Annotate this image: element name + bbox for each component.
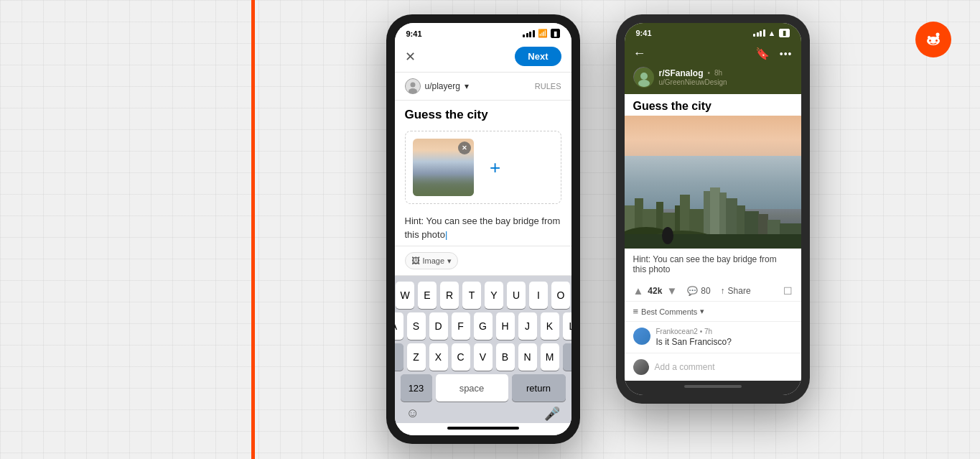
share-button[interactable]: ↑ Share	[721, 286, 751, 296]
sort-icon: ≡	[633, 306, 639, 317]
key-m[interactable]: M	[541, 343, 559, 371]
svg-point-7	[936, 36, 939, 39]
share-icon: ↑	[721, 286, 725, 296]
battery-icon: ▮	[551, 29, 560, 38]
svg-point-4	[936, 33, 940, 37]
sort-dropdown-icon[interactable]: ▾	[700, 307, 704, 316]
key-z[interactable]: Z	[407, 343, 426, 371]
key-v[interactable]: V	[474, 343, 493, 371]
phone2-frame: 9:41 ▲ ▮ ← 🔖 •••	[616, 14, 810, 404]
comment-user[interactable]: Frankocean2	[656, 328, 698, 335]
post-hint-text: Hint: You can see the bay bridge from th…	[625, 249, 801, 280]
comment-time: 7h	[704, 328, 712, 335]
close-button[interactable]: ✕	[405, 49, 416, 65]
image-format-button[interactable]: 🖼 Image ▾	[405, 252, 459, 269]
add-comment-input[interactable]: Add a comment	[655, 362, 793, 372]
phone1-status-icons: 📶 ▮	[523, 29, 560, 38]
subreddit-name: u/playerg	[425, 81, 460, 91]
rules-label[interactable]: RULES	[535, 82, 561, 91]
post-actions: ▲ 42k ▼ 💬 80 ↑ Share ☐	[625, 280, 801, 302]
home-indicator-container	[395, 423, 571, 435]
reddit-logo	[915, 22, 951, 57]
add-comment-bar[interactable]: Add a comment	[625, 353, 801, 381]
key-s[interactable]: S	[407, 312, 426, 340]
key-h[interactable]: H	[496, 312, 515, 340]
phone1-time: 9:41	[406, 29, 422, 38]
key-k[interactable]: K	[541, 312, 559, 340]
key-return[interactable]: return	[512, 374, 566, 402]
phone2-battery-icon: ▮	[779, 29, 790, 37]
comment-text: Is it San Francisco?	[656, 337, 793, 347]
upvote-button[interactable]: ▲	[633, 284, 644, 297]
comment-content: Frankocean2 • 7h Is it San Francisco?	[656, 328, 793, 347]
save-button[interactable]: ☐	[783, 285, 793, 297]
key-o[interactable]: O	[551, 282, 570, 309]
key-f[interactable]: F	[452, 312, 470, 340]
comments-sort: ≡ Best Comments ▾	[625, 302, 801, 322]
key-x[interactable]: X	[429, 343, 448, 371]
post-title-area: Guess the city	[395, 101, 571, 125]
sort-label[interactable]: Best Comments	[641, 307, 697, 316]
subreddit-avatar	[633, 67, 653, 87]
key-w[interactable]: W	[396, 282, 414, 309]
add-image-button[interactable]: +	[481, 153, 510, 182]
phone1-frame: 9:41 📶 ▮ ✕ Next	[386, 14, 580, 444]
more-options-button[interactable]: •••	[780, 48, 793, 60]
comment-meta: Frankocean2 • 7h	[656, 328, 793, 335]
back-button[interactable]: ←	[633, 46, 646, 61]
bookmark-button[interactable]: 🔖	[755, 47, 770, 60]
emoji-mic-row: ☺ 🎤	[395, 404, 571, 423]
key-d[interactable]: D	[429, 312, 448, 340]
key-space[interactable]: space	[436, 374, 508, 402]
dropdown-icon: ▾	[465, 81, 469, 91]
post-view-title: Guess the city	[625, 94, 801, 116]
key-t[interactable]: T	[462, 282, 481, 309]
accent-line	[251, 0, 255, 459]
key-y[interactable]: Y	[485, 282, 503, 309]
comment-count: 80	[701, 286, 710, 296]
svg-point-12	[640, 73, 648, 80]
key-b[interactable]: B	[496, 343, 515, 371]
subreddit-info: r/SFanalog • 8h u/GreenNieuwDesign	[625, 67, 801, 94]
svg-point-2	[929, 40, 931, 42]
key-n[interactable]: N	[518, 343, 537, 371]
comment-avatar	[633, 328, 650, 345]
keyboard-row-4: 123 space return	[398, 374, 569, 402]
key-g[interactable]: G	[474, 312, 493, 340]
subreddit-meta: r/SFanalog • 8h u/GreenNieuwDesign	[659, 68, 727, 86]
key-c[interactable]: C	[452, 343, 470, 371]
phone1-status-bar: 9:41 📶 ▮	[395, 23, 571, 41]
key-shift[interactable]: ⇧	[395, 343, 403, 371]
remove-image-button[interactable]: ✕	[458, 142, 471, 154]
comment-button[interactable]: 💬 80	[687, 286, 710, 296]
next-button[interactable]: Next	[515, 47, 561, 66]
user-avatar	[405, 78, 421, 94]
subreddit-user[interactable]: u/GreenNieuwDesign	[659, 78, 727, 86]
mic-button[interactable]: 🎤	[544, 406, 560, 422]
subreddit-selector[interactable]: u/playerg ▾	[405, 78, 469, 94]
image-upload-area: ✕ +	[405, 131, 561, 204]
phone2-signal	[753, 29, 765, 37]
svg-rect-33	[625, 234, 801, 249]
post-time: 8h	[714, 69, 722, 77]
key-j[interactable]: J	[518, 312, 537, 340]
post-title: Guess the city	[405, 108, 488, 121]
key-backspace[interactable]: ⌫	[563, 343, 571, 371]
key-i[interactable]: I	[529, 282, 548, 309]
comment-input-avatar	[633, 359, 649, 375]
emoji-button[interactable]: ☺	[406, 406, 419, 422]
key-123[interactable]: 123	[401, 374, 432, 402]
comment-icon: 💬	[687, 286, 698, 296]
key-u[interactable]: U	[507, 282, 526, 309]
phone2-home-indicator-container	[625, 381, 801, 395]
key-a[interactable]: A	[395, 312, 403, 340]
phone2-time: 9:41	[636, 29, 652, 37]
downvote-button[interactable]: ▼	[666, 284, 677, 297]
key-r[interactable]: R	[440, 282, 459, 309]
text-input-area[interactable]: Hint: You can see the bay bridge from th…	[395, 210, 571, 246]
phone1-screen: 9:41 📶 ▮ ✕ Next	[395, 23, 571, 435]
keyboard-row-1: Q W E R T Y U I O P	[398, 282, 569, 309]
key-e[interactable]: E	[418, 282, 437, 309]
key-l[interactable]: L	[563, 312, 571, 340]
subreddit-name-label[interactable]: r/SFanalog	[659, 68, 704, 78]
